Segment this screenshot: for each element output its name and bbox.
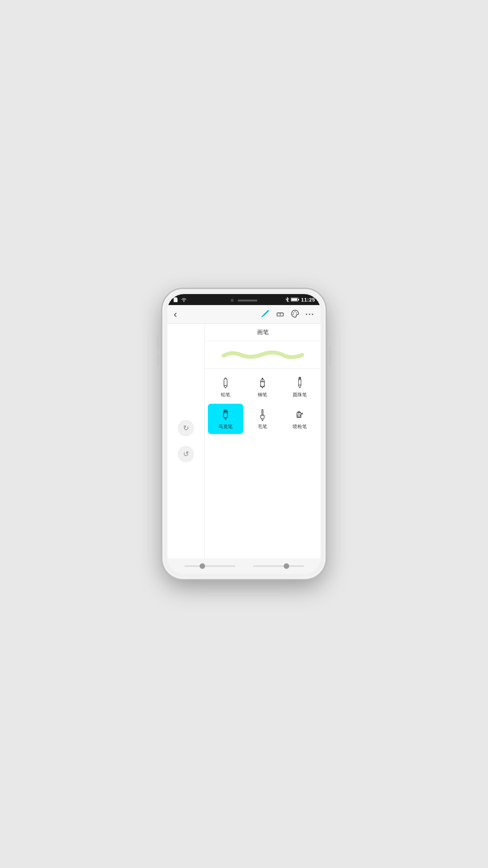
spray-icon: 0 [294,408,306,421]
redo-icon: ↻ [183,424,189,432]
stroke-preview-svg [220,347,306,363]
marker-icon [219,408,232,421]
svg-point-8 [295,311,295,312]
app-screen: 📄 [167,294,321,574]
left-side-panel: ↻ ↺ [167,324,205,558]
opacity-slider-track[interactable] [253,565,304,567]
brush-tool-icon[interactable] [261,309,270,320]
main-content-area: ↻ ↺ 画笔 [167,324,321,558]
brush-tool-grid: 铅笔 钢笔 [205,369,321,437]
svg-rect-17 [224,411,227,417]
eraser-tool-icon[interactable] [275,309,285,320]
hairbrush-icon [256,408,269,421]
size-slider-thumb[interactable] [200,563,205,569]
pencil-label: 铅笔 [221,392,230,398]
svg-point-9 [296,312,297,313]
svg-text:0: 0 [298,415,299,417]
pen-icon [256,377,269,389]
brush-item-spray[interactable]: 0 喷枪笔 [282,404,317,434]
opacity-slider-thumb[interactable] [284,563,289,569]
toolbar-right: ··· [261,309,314,320]
brush-selector-panel: 画笔 [205,324,321,558]
brush-item-brush[interactable]: 毛笔 [245,404,280,434]
ballpoint-label: 圆珠笔 [293,392,307,398]
phone-top-decoration [167,294,321,307]
phone-frame: 📄 [163,289,325,579]
brush-item-pen[interactable]: 钢笔 [245,372,280,402]
marker-label: 马克笔 [218,423,233,430]
brush-label: 毛笔 [258,423,267,430]
redo-button[interactable]: ↻ [178,420,194,436]
power-button[interactable] [329,346,331,366]
more-menu-icon[interactable]: ··· [305,310,314,319]
brush-item-marker[interactable]: 马克笔 [208,404,243,434]
brush-panel-title: 画笔 [257,329,269,336]
brush-item-ballpoint[interactable]: 圆珠笔 [282,372,317,402]
app-toolbar: ‹ [167,305,321,324]
pencil-icon [219,377,232,389]
palette-tool-icon[interactable] [290,309,300,320]
back-button[interactable]: ‹ [174,308,177,320]
earpiece-speaker [238,300,257,302]
volume-up-button[interactable] [157,337,159,348]
svg-point-7 [293,312,294,313]
stroke-preview-area [205,341,321,369]
svg-rect-18 [224,410,227,412]
undo-button[interactable]: ↺ [178,446,194,462]
toolbar-left: ‹ [174,308,177,320]
size-slider-track[interactable] [184,565,235,567]
front-camera [231,299,234,302]
volume-down-button[interactable] [157,354,159,366]
phone-screen: 📄 [167,294,321,574]
svg-rect-20 [262,410,263,416]
svg-rect-22 [298,411,299,413]
brush-panel-header: 画笔 [205,324,321,341]
brush-item-pencil[interactable]: 铅笔 [208,372,243,402]
undo-icon: ↺ [183,450,189,458]
bottom-slider-bar [167,558,321,574]
spray-label: 喷枪笔 [293,423,307,430]
svg-point-10 [293,314,294,314]
pen-label: 钢笔 [258,392,267,398]
ballpoint-icon [294,377,306,389]
